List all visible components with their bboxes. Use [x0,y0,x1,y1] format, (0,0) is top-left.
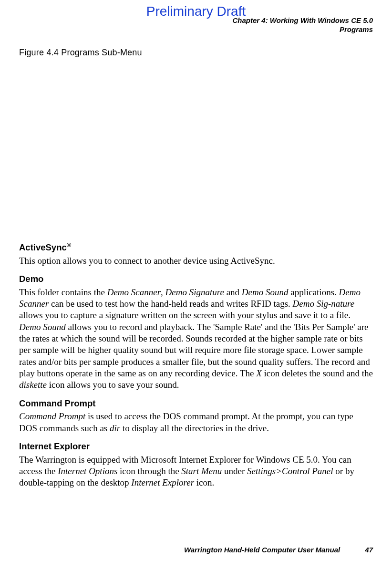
footer-page-number: 47 [365,546,373,554]
text-run: can be used to test how the hand-held re… [49,299,292,309]
text-run: icon deletes the sound and the [262,368,373,378]
text-run: to display all the directories in the dr… [120,423,269,433]
text-run: X [256,368,262,378]
text-run: Demo Sig-nature [293,299,355,309]
activesync-body: This option allows you to connect to ano… [19,255,373,267]
internet-explorer-body: The Warrington is equipped with Microsof… [19,454,373,489]
text-run: Demo Scanner [107,287,161,297]
heading-activesync: ActiveSync® [19,241,373,253]
text-run: dir [110,423,120,433]
demo-body: This folder contains the Demo Scanner, D… [19,287,373,391]
heading-internet-explorer: Internet Explorer [19,441,373,452]
text-run: icon through the [117,466,181,476]
text-run: Demo Signature [165,287,224,297]
text-run: Internet Explorer [131,477,194,487]
heading-demo: Demo [19,273,373,285]
text-run: Settings>Control Panel [247,466,333,476]
header-section: Programs [233,25,373,34]
heading-activesync-text: ActiveSync [19,242,67,252]
text-run: Demo Sound [242,287,289,297]
text-run: , [161,287,165,297]
text-run: icon allows you to save your sound. [47,380,179,390]
text-run: Demo Sound [19,322,66,332]
text-run: icon. [194,477,214,487]
text-run: allows you to capture a signature writte… [19,310,351,320]
figure-caption: Figure 4.4 Programs Sub-Menu [19,48,142,58]
header-chapter: Chapter 4: Working With Windows CE 5.0 [233,16,373,25]
page-footer: Warrington Hand-Held Computer User Manua… [19,546,373,554]
heading-command-prompt: Command Prompt [19,398,373,409]
text-run: Internet Options [58,466,117,476]
body-content: ActiveSync® This option allows you to co… [19,235,373,494]
text-run: This folder contains the [19,287,107,297]
page: Preliminary Draft Chapter 4: Working Wit… [0,0,392,570]
text-run: under [222,466,247,476]
page-header: Chapter 4: Working With Windows CE 5.0 P… [233,16,373,34]
registered-symbol: ® [67,241,72,249]
text-run: diskette [19,380,47,390]
text-run: Start Menu [181,466,222,476]
text-run: Command Prompt [19,411,85,421]
text-run: applications. [288,287,339,297]
footer-manual-title: Warrington Hand-Held Computer User Manua… [184,546,340,554]
text-run: and [224,287,242,297]
command-prompt-body: Command Prompt is used to access the DOS… [19,411,373,434]
